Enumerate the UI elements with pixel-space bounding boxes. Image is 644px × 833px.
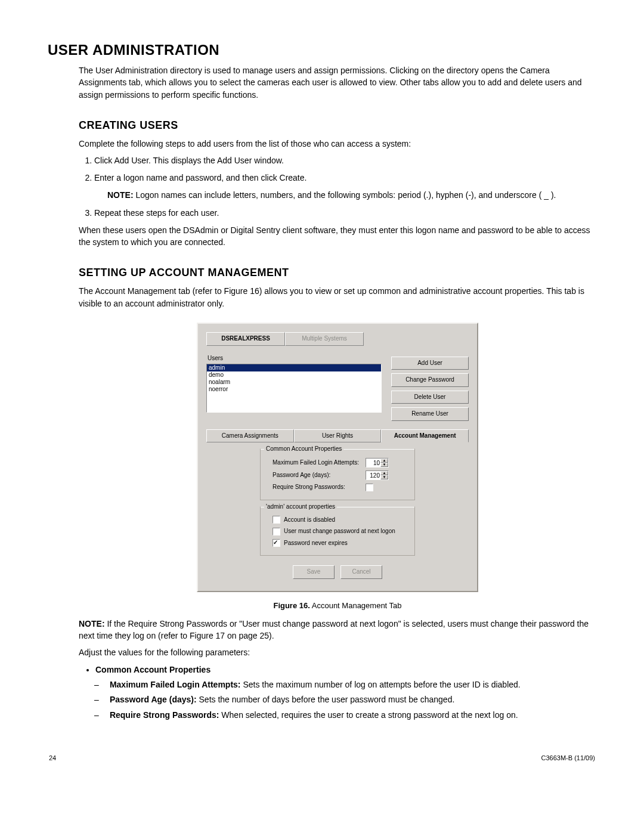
- account-disabled-label: Account is disabled: [284, 516, 335, 525]
- password-age-input[interactable]: [366, 471, 380, 479]
- tab-account-management[interactable]: Account Management: [381, 429, 469, 443]
- spinner-up-icon[interactable]: ▲: [380, 459, 388, 463]
- conn-tab-active[interactable]: DSREALXPRESS: [206, 332, 285, 346]
- step-1: Click Add User. This displays the Add Us…: [94, 154, 596, 166]
- max-failed-login-label: Maximum Failed Login Attempts:: [273, 459, 362, 467]
- password-never-expires-checkbox[interactable]: [273, 539, 280, 547]
- step-2-note: NOTE: Logon names can include letters, n…: [107, 190, 596, 202]
- delete-user-button[interactable]: Delete User: [391, 391, 469, 404]
- connection-tabs: DSREALXPRESS Multiple Systems: [206, 332, 469, 346]
- after-steps-paragraph: When these users open the DSAdmin or Dig…: [79, 224, 596, 249]
- bullet-common-account-properties: Common Account Properties Maximum Failed…: [95, 664, 596, 721]
- must-change-password-label: User must change password at next logon: [284, 527, 395, 536]
- require-strong-passwords-label: Require Strong Passwords:: [273, 483, 362, 492]
- max-failed-login-spinner[interactable]: ▲ ▼: [366, 458, 389, 467]
- screenshot-window: DSREALXPRESS Multiple Systems Users admi…: [197, 323, 478, 592]
- subbullet-require-strong: Require Strong Passwords: When selected,…: [107, 709, 596, 721]
- list-item[interactable]: demo: [207, 371, 381, 379]
- tab-row: Camera Assignments User Rights Account M…: [206, 429, 469, 443]
- require-strong-passwords-checkbox[interactable]: [366, 484, 373, 491]
- adjust-intro: Adjust the values for the following para…: [79, 646, 596, 658]
- subbullet-max-failed: Maximum Failed Login Attempts: Sets the …: [107, 679, 596, 690]
- steps-list: Click Add User. This displays the Add Us…: [79, 154, 596, 219]
- tab-user-rights[interactable]: User Rights: [294, 429, 382, 443]
- password-age-spinner[interactable]: ▲ ▼: [366, 470, 389, 480]
- spinner-down-icon[interactable]: ▼: [380, 475, 388, 479]
- footer-doc-id: C3663M-B (11/09): [541, 754, 596, 761]
- users-listbox[interactable]: admin demo noalarm noerror: [206, 364, 382, 413]
- list-item[interactable]: noerror: [207, 386, 381, 393]
- password-never-expires-label: Password never expires: [284, 539, 348, 548]
- note-strong-passwords: NOTE: If the Require Strong Passwords or…: [79, 618, 596, 642]
- list-item[interactable]: noalarm: [207, 379, 381, 386]
- cancel-button[interactable]: Cancel: [340, 565, 382, 579]
- spinner-down-icon[interactable]: ▼: [380, 463, 388, 467]
- password-age-label: Password Age (days):: [273, 471, 362, 480]
- section-account-management: SETTING UP ACCOUNT MANAGEMENT: [79, 265, 596, 280]
- subbullet-password-age: Password Age (days): Sets the number of …: [107, 693, 596, 705]
- fieldset-common-account-properties: Common Account Properties Maximum Failed…: [260, 448, 415, 500]
- must-change-password-checkbox[interactable]: [273, 528, 280, 535]
- spinner-up-icon[interactable]: ▲: [380, 471, 388, 475]
- page-title: USER ADMINISTRATION: [48, 42, 596, 58]
- acct-intro: The Account Management tab (refer to Fig…: [79, 285, 596, 309]
- save-button[interactable]: Save: [293, 565, 335, 579]
- step-2: Enter a logon name and password, and the…: [94, 172, 596, 202]
- tab-camera-assignments[interactable]: Camera Assignments: [206, 429, 294, 443]
- change-password-button[interactable]: Change Password: [391, 373, 469, 387]
- max-failed-login-input[interactable]: [366, 459, 380, 467]
- account-disabled-checkbox[interactable]: [273, 516, 280, 524]
- step-3: Repeat these steps for each user.: [94, 207, 596, 219]
- figure-caption: Figure 16. Account Management Tab: [79, 600, 596, 612]
- fieldset-admin-account-properties: 'admin' account properties Account is di…: [260, 506, 415, 556]
- footer-page-number: 24: [49, 754, 56, 761]
- section-creating-users: CREATING USERS: [79, 117, 596, 133]
- intro-paragraph: The User Administration directory is use…: [79, 64, 596, 101]
- rename-user-button[interactable]: Rename User: [391, 407, 469, 421]
- add-user-button[interactable]: Add User: [391, 357, 469, 370]
- conn-tab-multiple-systems[interactable]: Multiple Systems: [285, 332, 364, 346]
- steps-intro: Complete the following steps to add user…: [79, 138, 596, 150]
- legend-admin: 'admin' account properties: [264, 503, 337, 512]
- list-item[interactable]: admin: [207, 364, 381, 371]
- users-label: Users: [208, 354, 382, 363]
- legend-common: Common Account Properties: [264, 445, 343, 454]
